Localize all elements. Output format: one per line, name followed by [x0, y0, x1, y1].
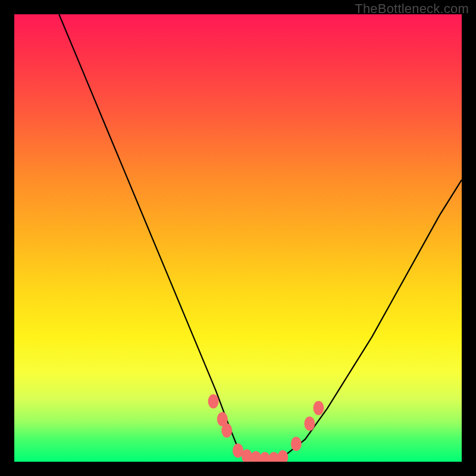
curve-marker: [304, 416, 315, 431]
curve-line: [59, 14, 462, 462]
curve-markers: [208, 394, 324, 462]
curve-marker: [291, 437, 302, 451]
chart-frame: TheBottleneck.com: [0, 0, 476, 476]
curve-marker: [221, 423, 232, 437]
curve-marker: [208, 394, 219, 409]
watermark-text: TheBottleneck.com: [355, 1, 469, 17]
bottleneck-curve: [14, 14, 462, 462]
plot-area: [14, 14, 462, 462]
curve-marker: [313, 401, 324, 415]
curve-marker: [277, 450, 288, 462]
